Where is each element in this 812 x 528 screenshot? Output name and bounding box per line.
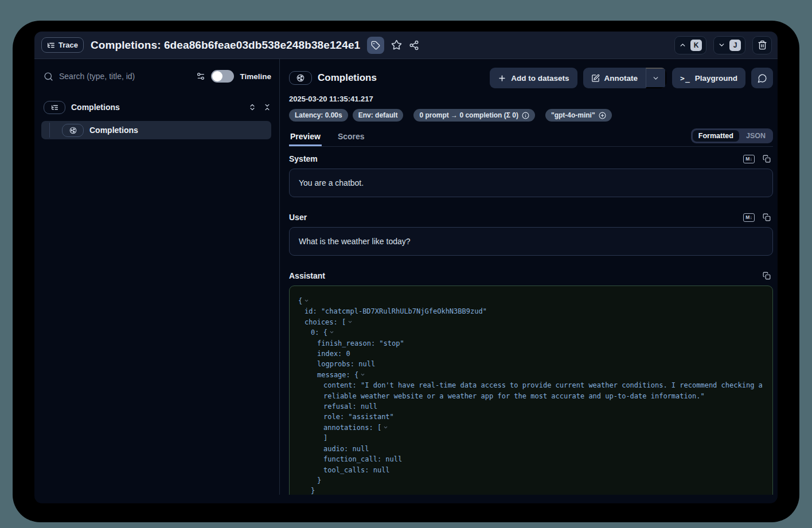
markdown-toggle-icon[interactable]: M↓ bbox=[743, 155, 755, 163]
add-to-datasets-button[interactable]: Add to datasets bbox=[490, 68, 577, 88]
json-line: ] bbox=[298, 433, 764, 443]
detail-tabs: Preview Scores Formatted JSON bbox=[289, 128, 773, 147]
tree-expand-controls bbox=[248, 103, 271, 111]
share-icon bbox=[409, 40, 419, 50]
timeline-toggle[interactable] bbox=[211, 70, 234, 83]
system-label: System bbox=[289, 154, 318, 163]
collapse-all-button[interactable] bbox=[263, 103, 271, 111]
copy-button[interactable] bbox=[763, 272, 771, 280]
comment-bubble-icon bbox=[758, 73, 767, 83]
trash-icon bbox=[758, 40, 767, 50]
system-section-icons: M↓ bbox=[743, 155, 773, 163]
collapse-chevron-icon[interactable] bbox=[383, 425, 388, 430]
format-toggle-group: Formatted JSON bbox=[691, 128, 773, 143]
json-line: } bbox=[298, 486, 764, 495]
tree-root-label: Completions bbox=[71, 103, 120, 112]
trace-badge-label: Trace bbox=[58, 41, 78, 49]
observation-title: Completions bbox=[318, 72, 377, 84]
star-icon bbox=[391, 40, 402, 50]
comments-button[interactable] bbox=[751, 68, 773, 88]
model-badge[interactable]: "gpt-4o-mini" bbox=[545, 109, 612, 122]
json-line: message: { bbox=[298, 370, 764, 380]
tree-observation-row-selected[interactable]: Completions bbox=[41, 121, 271, 139]
json-line: tool_calls: null bbox=[298, 465, 764, 475]
user-section-icons: M↓ bbox=[743, 213, 773, 222]
copy-button[interactable] bbox=[763, 213, 771, 221]
chevrons-down-up-icon bbox=[263, 103, 271, 111]
list-tree-icon bbox=[51, 104, 58, 111]
copy-icon bbox=[763, 155, 771, 163]
bookmark-star-button[interactable] bbox=[391, 40, 402, 50]
tab-scores[interactable]: Scores bbox=[337, 132, 366, 146]
observation-actions: Add to datasets Annotate bbox=[490, 68, 773, 88]
expand-all-button[interactable] bbox=[248, 103, 256, 111]
json-line: finish_reason: "stop" bbox=[298, 338, 764, 349]
trace-title: Completions: 6dea86b6feae03db538e248b38e… bbox=[91, 39, 360, 52]
system-section-header: System M↓ bbox=[289, 154, 773, 163]
trace-tree-sidebar: Timeline Completions bbox=[34, 59, 279, 495]
user-message-content: What is the weather like today? bbox=[299, 237, 411, 246]
annotate-label: Annotate bbox=[604, 74, 638, 83]
user-message-box: What is the weather like today? bbox=[289, 227, 773, 256]
toggle-knob bbox=[212, 71, 222, 81]
system-message-content: You are a chatbot. bbox=[299, 178, 364, 187]
share-button[interactable] bbox=[409, 40, 419, 50]
trace-detail-layout: Timeline Completions bbox=[34, 59, 778, 495]
search-input[interactable] bbox=[59, 72, 190, 81]
assistant-section-icons bbox=[763, 272, 773, 280]
json-line: } bbox=[298, 475, 764, 486]
system-message-box: You are a chatbot. bbox=[289, 169, 773, 197]
delete-trace-button[interactable] bbox=[752, 36, 772, 54]
tree-root-row[interactable]: Completions bbox=[44, 99, 271, 115]
format-toggle-formatted[interactable]: Formatted bbox=[693, 130, 739, 142]
token-usage-badge[interactable]: 0 prompt → 0 completion (Σ 0) bbox=[413, 109, 535, 122]
user-section-header: User M↓ bbox=[289, 213, 773, 222]
tab-preview[interactable]: Preview bbox=[289, 132, 322, 146]
annotate-split-button: Annotate bbox=[583, 68, 667, 88]
chevrons-up-down-icon bbox=[248, 103, 256, 111]
chevron-down-icon bbox=[652, 75, 659, 82]
annotate-button[interactable]: Annotate bbox=[583, 68, 646, 88]
json-line: role: "assistant" bbox=[298, 412, 764, 422]
annotate-dropdown-button[interactable] bbox=[646, 68, 666, 88]
tree-observation-label: Completions bbox=[89, 126, 138, 135]
observation-metadata-badges: Latency: 0.00s Env: default 0 prompt → 0… bbox=[289, 109, 773, 122]
circle-plus-icon bbox=[599, 112, 606, 119]
json-line: annotations: [ bbox=[298, 423, 764, 433]
assistant-json-viewer[interactable]: { id: "chatcmpl-BD7XRulRhULb7NjGfeOkhN3B… bbox=[289, 285, 773, 495]
previous-trace-button[interactable]: K bbox=[674, 36, 706, 54]
collapse-chevron-icon[interactable] bbox=[360, 372, 365, 377]
assistant-label: Assistant bbox=[289, 271, 325, 280]
playground-button[interactable]: >_ Playground bbox=[672, 68, 745, 88]
plus-icon bbox=[498, 74, 506, 83]
json-line: logprobs: null bbox=[298, 359, 764, 369]
json-line: function_call: null bbox=[298, 454, 764, 464]
markdown-toggle-icon[interactable]: M↓ bbox=[743, 213, 755, 222]
tag-icon bbox=[371, 41, 380, 50]
generation-fan-icon bbox=[296, 74, 304, 82]
next-trace-button[interactable]: J bbox=[713, 36, 745, 54]
playground-label: Playground bbox=[695, 74, 737, 83]
json-line: choices: [ bbox=[298, 317, 764, 327]
observation-header: Completions Add to datasets An bbox=[289, 68, 773, 88]
assistant-section-header: Assistant bbox=[289, 271, 773, 280]
trace-type-badge: Trace bbox=[41, 37, 84, 53]
chevron-up-icon bbox=[679, 41, 686, 49]
tag-button[interactable] bbox=[367, 37, 384, 54]
search-icon bbox=[44, 72, 53, 81]
timeline-toggle-label: Timeline bbox=[240, 72, 271, 81]
collapse-chevron-icon[interactable] bbox=[304, 298, 309, 303]
latency-badge: Latency: 0.00s bbox=[289, 109, 348, 122]
format-toggle-json[interactable]: JSON bbox=[740, 130, 771, 142]
tree-settings-button[interactable] bbox=[196, 72, 205, 81]
shortcut-key-j: J bbox=[729, 40, 741, 51]
chevron-down-icon bbox=[718, 41, 725, 49]
collapse-chevron-icon[interactable] bbox=[348, 319, 353, 324]
observation-detail-panel: Completions Add to datasets An bbox=[279, 59, 778, 495]
copy-button[interactable] bbox=[763, 155, 771, 163]
collapse-chevron-icon[interactable] bbox=[329, 330, 334, 335]
generation-type-badge bbox=[289, 71, 312, 85]
json-line: 0: { bbox=[298, 327, 764, 338]
sliders-icon bbox=[196, 72, 205, 81]
generation-fan-icon bbox=[69, 127, 77, 134]
